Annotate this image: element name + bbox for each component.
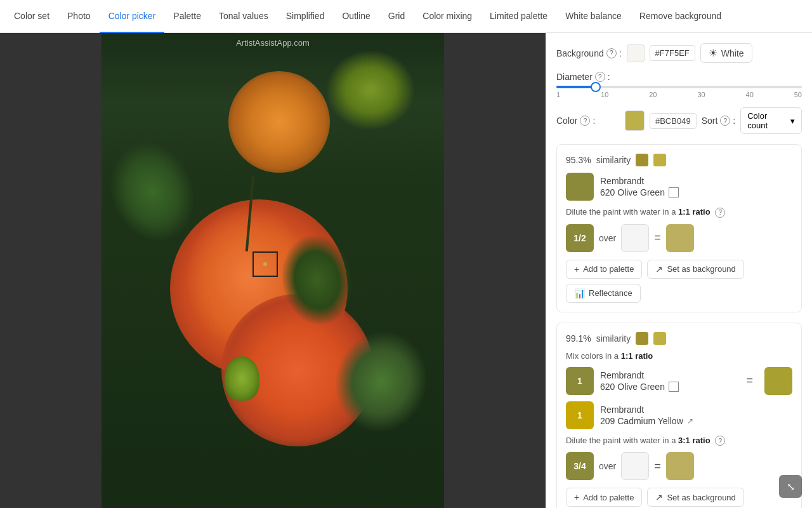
plus-icon-1: + [574,264,579,274]
nav-item-grid[interactable]: Grid [379,1,414,34]
background-icon-1: ↗ [655,264,663,274]
diameter-help-icon[interactable]: ? [595,72,605,82]
background-label: Background ? : [556,48,622,58]
white-icon: ☀ [709,47,717,59]
chevron-down-icon: ▾ [790,116,795,126]
card-actions-1: + Add to palette ↗ Set as background 📊 R… [566,260,792,303]
main-content: ArtistAssistApp.com Background ? : #F7F5… [0,33,812,508]
color-hex-value: #BCB049 [650,113,697,129]
sim-swatch-2b [653,332,666,345]
background-help-icon[interactable]: ? [606,48,617,58]
similarity-pct-2: 99.1% [566,333,591,344]
nav-item-color-mixing[interactable]: Color mixing [414,1,481,34]
cursor-dot [263,262,267,266]
result-card-2: 99.1% similarity Mix colors in a 1:1 rat… [556,323,802,509]
nav-item-photo[interactable]: Photo [58,1,100,34]
diameter-label: Diameter ? : [556,72,620,82]
external-link-icon[interactable]: ↗ [687,417,693,425]
top-navigation: Color set Photo Color picker Palette Ton… [0,0,812,33]
mix-row-2: 3/4 over = [566,452,792,480]
brand-swatch-1 [566,173,594,201]
reflectance-btn-1[interactable]: 📊 Reflectance [566,284,641,303]
minimize-button[interactable]: ⤡ [779,475,802,498]
nav-item-remove-background[interactable]: Remove background [631,1,730,34]
sort-select[interactable]: Color count ▾ [740,107,802,134]
color-name-2b: 209 Cadmium Yellow ↗ [600,416,693,426]
color-main-swatch[interactable] [625,110,645,131]
add-to-palette-btn-1[interactable]: + Add to palette [566,260,642,279]
nav-item-simplified[interactable]: Simplified [277,1,334,34]
chart-icon-1: 📊 [574,288,585,298]
equals-1: = [654,231,661,244]
nav-item-palette[interactable]: Palette [164,1,210,34]
tick-10: 10 [601,91,608,98]
sim-swatch-1a [636,154,648,166]
paint-details-2a: Rembrandt 620 Olive Green [600,370,679,392]
equals-3: = [654,460,661,473]
sim-swatch-2a [636,332,648,345]
paint-info-row-2b: 1 Rembrandt 209 Cadmium Yellow ↗ [566,401,792,429]
background-color-swatch[interactable] [627,44,645,62]
dilute-ratio-1: 1:1 ratio [678,207,710,217]
paint-details-1: Rembrandt 620 Olive Green [600,176,679,197]
color-sort-row: Color ? : #BCB049 Sort ? : Color count ▾ [556,107,802,134]
sort-help-icon[interactable]: ? [720,116,730,126]
info-icon-2[interactable]: ? [715,436,725,445]
ratio-badge-2a: 1 [566,367,594,395]
sim-swatch-1b [653,154,666,166]
nav-item-white-balance[interactable]: White balance [556,1,631,34]
background-hex-value: #F7F5EF [650,45,695,61]
diameter-slider-container [556,86,802,88]
tick-1: 1 [556,91,560,98]
brand-name-2b: Rembrandt [600,404,693,415]
nav-item-limited-palette[interactable]: Limited palette [481,1,556,34]
similarity-row-1: 95.3% similarity [566,154,792,166]
tick-20: 20 [649,91,657,98]
set-as-background-btn-1[interactable]: ↗ Set as background [647,260,743,279]
over-text-2: over [599,461,616,471]
plus-icon-2: + [574,492,579,502]
set-as-background-btn-2[interactable]: ↗ Set as background [647,488,743,507]
dilute-ratio-2: 3:1 ratio [678,436,710,445]
mix-row-1: 1/2 over = [566,224,792,252]
background-icon-2: ↗ [655,492,663,502]
info-icon-1[interactable]: ? [715,207,725,217]
color-help-icon[interactable]: ? [580,116,590,126]
color-square-icon-1 [669,187,679,197]
card-actions-2: + Add to palette ↗ Set as background [566,488,792,507]
result-swatch-1 [666,224,694,252]
right-panel: Background ? : #F7F5EF ☀ White Diameter … [546,33,812,508]
white-button[interactable]: ☀ White [700,43,752,63]
result-card-1: 95.3% similarity Rembrandt 620 Olive Gre… [556,144,802,312]
nav-item-color-set[interactable]: Color set [5,1,58,34]
diameter-slider-ticks: 1 10 20 30 40 50 [556,91,802,98]
dilute-text-1: Dilute the paint with water in a 1:1 rat… [566,207,792,218]
watermark: ArtistAssistApp.com [236,38,310,48]
color-name-1: 620 Olive Green [600,187,679,197]
tick-40: 40 [746,91,754,98]
brand-name-2a: Rembrandt [600,370,679,380]
background-setting-row: Background ? : #F7F5EF ☀ White [556,43,802,63]
mix-colors-text-2: Mix colors in a 1:1 ratio [566,351,792,361]
white-swatch-mix-1 [621,224,649,252]
diameter-slider-thumb[interactable] [591,82,601,92]
nav-item-outline[interactable]: Outline [333,1,379,34]
color-picker-cursor[interactable] [252,251,278,277]
similarity-label-2: similarity [596,333,631,344]
nav-item-tonal-values[interactable]: Tonal values [210,1,277,34]
color-square-icon-2a [669,382,679,392]
paint-info-row-1: Rembrandt 620 Olive Green [566,173,792,201]
equals-2: = [746,374,753,387]
tick-30: 30 [697,91,705,98]
ratio-badge-1: 1/2 [566,224,594,252]
diameter-slider-fill [556,86,596,88]
dilute-text-2: Dilute the paint with water in a 3:1 rat… [566,436,792,446]
ratio-badge-2b: 1 [566,401,594,429]
tick-50: 50 [794,91,802,98]
diameter-slider-track[interactable] [556,86,802,88]
result-swatch-2 [764,367,792,395]
add-to-palette-btn-2[interactable]: + Add to palette [566,488,642,507]
nav-item-color-picker[interactable]: Color picker [100,1,165,34]
flower-image[interactable] [102,33,444,508]
image-panel[interactable]: ArtistAssistApp.com [0,33,546,508]
